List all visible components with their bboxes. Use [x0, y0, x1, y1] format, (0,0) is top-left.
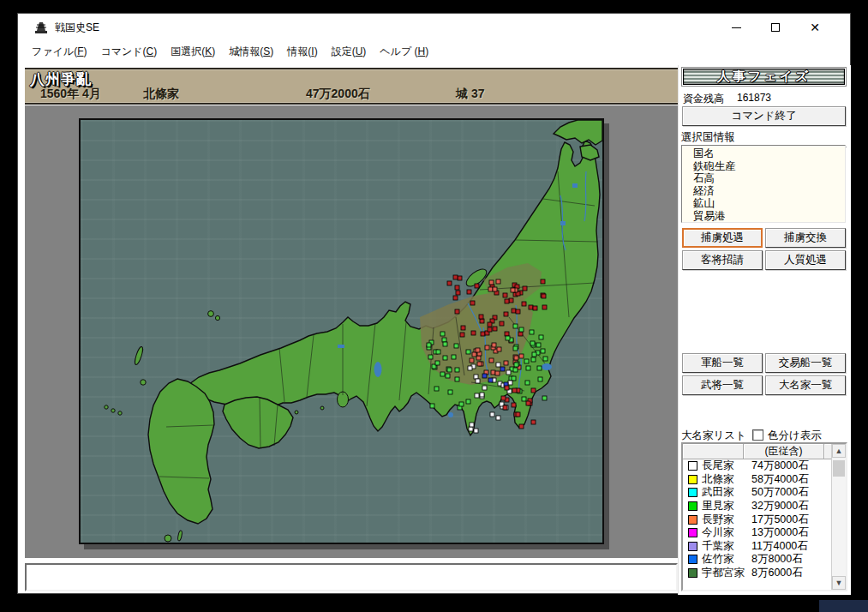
clan-koku: 74万8000石 — [751, 459, 809, 473]
end-command-button[interactable]: コマンド終了 — [682, 106, 846, 126]
side-panel: 人事フェイズ 資金残高 161873 コマンド終了 選択国情報 国名鉄砲生産石高… — [678, 65, 851, 595]
clan-koku: 8万8000石 — [751, 552, 803, 567]
prisoner-exchange-button[interactable]: 捕虜交換 — [765, 228, 846, 248]
country-info-item-1[interactable]: 鉄砲生産 — [693, 160, 845, 173]
list-item[interactable]: 佐竹家8万8000石 — [683, 553, 831, 567]
maximize-button[interactable] — [756, 15, 795, 40]
country-info-item-0[interactable]: 国名 — [693, 147, 845, 160]
phase-banner: 人事フェイズ — [681, 67, 847, 87]
clan-name: 千葉家 — [702, 539, 734, 554]
clan-name: 佐竹家 — [702, 552, 734, 567]
list-buttons: 軍船一覧 交易船一覧 武将一覧 大名家一覧 — [682, 353, 846, 395]
map-frame — [25, 105, 678, 558]
clan-color-swatch — [688, 461, 697, 471]
clan-color-swatch — [688, 542, 697, 551]
list-item[interactable]: 長野家17万5000石 — [683, 513, 831, 526]
clan-name: 北條家 — [702, 472, 734, 487]
daimyo-list: (臣従含) 長尾家74万8000石北條家58万4000石武田家50万7000石里… — [681, 442, 847, 591]
scenario-header: 八州爭亂 1560年 4月 北條家 47万2000石 城 37 — [25, 68, 678, 105]
list-item[interactable]: 今川家13万0000石 — [683, 526, 831, 540]
scroll-up-button[interactable]: ▲ — [832, 444, 846, 458]
clan-name: 長野家 — [702, 513, 734, 527]
country-info-item-2[interactable]: 石高 — [693, 172, 845, 185]
castle-count: 城 37 — [456, 87, 484, 102]
menu-item-3[interactable]: 城情報(S) — [222, 42, 280, 62]
hostage-treatment-button[interactable]: 人質処遇 — [765, 250, 846, 270]
daimyo-list-header-row: 大名家リスト 色分け表示 — [681, 429, 847, 441]
app-castle-icon — [34, 21, 48, 34]
color-display-label: 色分け表示 — [768, 429, 822, 443]
clan-color-swatch — [688, 528, 697, 537]
trade-ship-list-button[interactable]: 交易船一覧 — [765, 353, 846, 373]
total-koku: 47万2000石 — [306, 87, 370, 102]
clan-color-swatch — [688, 501, 697, 511]
close-icon: ✕ — [810, 21, 820, 33]
guest-general-invite-button[interactable]: 客将招請 — [682, 250, 763, 270]
clan-color-swatch — [688, 568, 697, 578]
column-clan[interactable] — [683, 444, 744, 459]
menu-item-2[interactable]: 国選択(K) — [164, 42, 222, 62]
menu-item-1[interactable]: コマンド(C) — [93, 42, 164, 62]
scroll-down-button[interactable]: ▼ — [832, 576, 846, 590]
clan-koku: 13万0000石 — [751, 525, 809, 540]
funds-value: 161873 — [737, 92, 771, 104]
clan-color-swatch — [688, 475, 697, 484]
daimyo-list-label: 大名家リスト — [681, 429, 746, 441]
clan-name: 里見家 — [702, 499, 734, 513]
clan-name: 今川家 — [702, 525, 734, 540]
clan-name: 武田家 — [702, 485, 734, 500]
clan-color-swatch — [688, 515, 697, 525]
daimyo-list-button[interactable]: 大名家一覧 — [765, 375, 846, 395]
daimyo-list-columns: (臣従含) — [683, 444, 831, 459]
clan-koku: 32万9000石 — [751, 499, 809, 513]
app-window: 戦国史SE ✕ ファイル(F)コマンド(C)国選択(K)城情報(S)情報(I)設… — [17, 13, 851, 594]
menu-item-5[interactable]: 設定(U) — [325, 42, 374, 62]
clan-koku: 11万4000石 — [751, 539, 808, 554]
list-item[interactable]: 里見家32万9000石 — [683, 500, 831, 513]
clan-name: 宇都宮家 — [702, 566, 745, 580]
minimize-button[interactable] — [716, 15, 756, 40]
close-button[interactable]: ✕ — [795, 15, 835, 40]
menu-item-4[interactable]: 情報(I) — [280, 42, 324, 62]
menu-item-0[interactable]: ファイル(F) — [25, 42, 93, 62]
window-title: 戦国史SE — [55, 21, 99, 35]
color-display-checkbox[interactable] — [752, 429, 763, 441]
phase-title: 人事フェイズ — [717, 69, 811, 85]
hokkaido-landmass — [554, 120, 602, 145]
clan-koku: 8万6000石 — [751, 566, 803, 580]
country-info-item-5[interactable]: 貿易港 — [693, 210, 845, 223]
personnel-buttons: 捕虜処遇 捕虜交換 客将招請 人質処遇 — [682, 228, 846, 270]
kyushu-landmass — [148, 379, 214, 524]
japan-map[interactable] — [79, 118, 604, 544]
maximize-icon — [771, 23, 780, 32]
clan-koku: 58万4000石 — [751, 472, 809, 487]
column-koku[interactable]: (臣従含) — [744, 444, 824, 459]
country-info-item-4[interactable]: 鉱山 — [693, 197, 845, 210]
clan-color-swatch — [688, 488, 697, 497]
clan-color-swatch — [688, 555, 697, 564]
menu-bar: ファイル(F)コマンド(C)国選択(K)城情報(S)情報(I)設定(U)ヘルプ … — [18, 41, 850, 62]
list-item[interactable]: 千葉家11万4000石 — [683, 540, 831, 554]
general-list-button[interactable]: 武将一覧 — [682, 375, 763, 395]
menu-item-6[interactable]: ヘルプ (H) — [373, 42, 435, 62]
country-info-item-3[interactable]: 経済 — [693, 185, 845, 198]
scroll-thumb[interactable] — [833, 460, 845, 477]
shikoku-landmass — [223, 397, 293, 448]
list-item[interactable]: 長尾家74万8000石 — [683, 459, 831, 473]
desktop-corner-block — [819, 600, 868, 612]
warship-list-button[interactable]: 軍船一覧 — [682, 353, 763, 373]
scroll-track[interactable] — [832, 458, 846, 576]
selected-country-info-box: 国名鉄砲生産石高経済鉱山貿易港 — [681, 145, 846, 223]
funds-row: 資金残高 161873 — [683, 92, 846, 106]
minimize-icon — [732, 27, 741, 28]
list-item[interactable]: 北條家58万4000石 — [683, 473, 831, 487]
column-stub — [824, 444, 831, 459]
prisoner-treatment-button[interactable]: 捕虜処遇 — [682, 228, 763, 248]
list-item[interactable]: 武田家50万7000石 — [683, 486, 831, 500]
clan-koku: 17万5000石 — [751, 513, 809, 527]
game-date: 1560年 4月 — [40, 87, 101, 102]
daimyo-list-scrollbar: ▲ ▼ — [831, 444, 846, 590]
clan-koku: 50万7000石 — [751, 485, 809, 500]
list-item[interactable]: 宇都宮家8万6000石 — [683, 567, 831, 580]
message-area — [25, 563, 678, 591]
